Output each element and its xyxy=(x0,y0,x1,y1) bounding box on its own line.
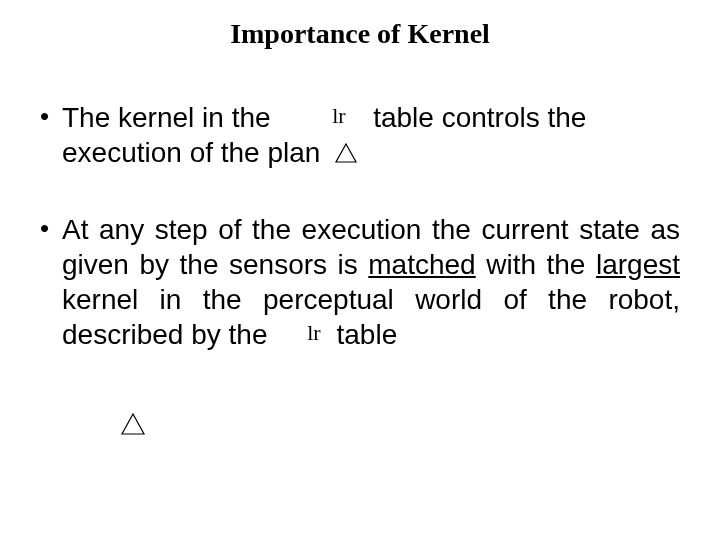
bullet-2-text-2: with the xyxy=(476,249,596,280)
bullet-2-text-4: table xyxy=(336,319,397,350)
underline-matched: matched xyxy=(368,249,475,280)
bullet-1-body: The kernel in the lr table controls the … xyxy=(62,100,680,172)
slide: Importance of Kernel • The kernel in the… xyxy=(0,0,720,540)
bullet-2: • At any step of the execution the curre… xyxy=(40,212,680,352)
bullet-dot: • xyxy=(40,100,62,133)
bullet-dot: • xyxy=(40,212,62,245)
triangle-icon xyxy=(120,412,146,440)
svg-marker-0 xyxy=(336,144,356,162)
bullet-list: • The kernel in the lr table controls th… xyxy=(40,100,680,392)
bullet-1-text-1: The kernel in the xyxy=(62,102,271,133)
lr-symbol: lr xyxy=(332,102,345,130)
lr-symbol: lr xyxy=(307,319,320,347)
bullet-1: • The kernel in the lr table controls th… xyxy=(40,100,680,172)
svg-marker-1 xyxy=(122,414,144,434)
triangle-icon xyxy=(334,137,358,172)
bullet-2-body: At any step of the execution the current… xyxy=(62,212,680,352)
slide-title: Importance of Kernel xyxy=(0,18,720,50)
underline-largest: largest xyxy=(596,249,680,280)
